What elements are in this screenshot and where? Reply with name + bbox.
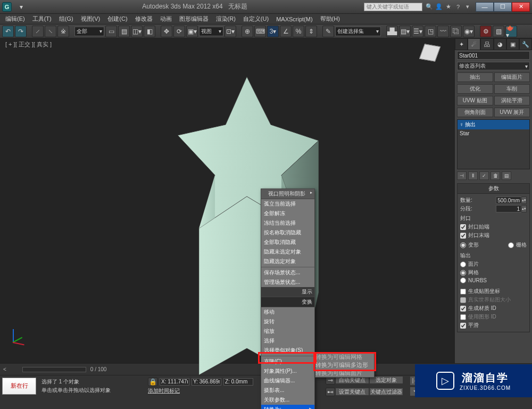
mod-btn[interactable]: 车削 [494,84,530,94]
quad-item[interactable]: 缩放 [261,326,314,336]
menu-rendering[interactable]: 渲染(R) [213,14,239,23]
render-setup-button[interactable]: ⚙ [480,26,492,37]
menu-help[interactable]: 帮助(H) [317,14,343,23]
segments-input[interactable] [496,205,521,212]
select-by-name-button[interactable]: ▤ [118,26,130,37]
cmd-tab-hierarchy[interactable]: 品 [480,38,493,50]
render-production-button[interactable]: 🫖▾ [505,26,517,37]
morph-radio[interactable]: 变形 [460,241,479,249]
quad-item[interactable]: 全部解冻 [261,209,314,218]
search-icon[interactable]: 🔍 [426,3,433,11]
quad-head-transform[interactable]: 变换 [261,297,314,307]
quad-item[interactable]: 孤立当前选择 [261,199,314,209]
rollout-header[interactable]: 参数 [458,184,529,194]
menu-create[interactable]: 创建(C) [104,14,130,23]
menu-tools[interactable]: 工具(T) [29,14,55,23]
time-slider-track[interactable] [22,367,86,372]
output-patch-radio[interactable]: 面片 [460,260,527,268]
make-unique-button[interactable]: ✓ [479,171,489,180]
link-button[interactable]: ⟋ [32,26,44,37]
menu-maxscript[interactable]: MAXScript(M) [273,15,315,23]
minimize-button[interactable]: — [476,2,494,12]
viewcube[interactable] [418,43,442,66]
schematic-button[interactable]: ⿻ [450,26,462,37]
quad-item[interactable]: 选择类似对象(S) [261,346,314,355]
modifier-stack[interactable]: ♀ 抽出 Star [457,119,530,169]
quad-item[interactable]: 旋转 [261,317,314,326]
submenu-item-patch[interactable]: 转换为可编辑面片 [315,369,374,377]
keyfilter-button[interactable]: 关键点过滤器 [369,388,403,396]
smooth-checkbox[interactable]: 平滑 [460,322,527,329]
cap-end-checkbox[interactable]: 封口末端 [460,232,527,239]
spinner-icon[interactable]: ▴▾ [521,205,527,212]
manipulate-button[interactable]: ⊕ [242,26,253,37]
amount-input[interactable] [496,197,521,204]
bind-spacewarp-button[interactable]: ※ [57,26,69,37]
quad-head-display[interactable]: 视口照明和阴影▸ [261,189,314,199]
mod-btn[interactable]: 编辑面片 [494,72,530,82]
configure-sets-button[interactable]: ▤ [502,171,511,180]
mirror-button[interactable]: ▟▙ [386,26,398,37]
caret-icon[interactable]: ▾ [464,3,471,11]
mod-btn[interactable]: 涡轮平滑 [494,96,530,105]
undo-button[interactable]: ↶ [2,26,14,37]
object-name-input[interactable]: Star001 [457,51,530,60]
maximize-button[interactable]: ☐ [494,2,512,12]
quad-item[interactable]: 隐藏未选定对象 [261,247,314,257]
redo-button[interactable]: ↷ [15,26,27,37]
stack-item[interactable]: ♀ 抽出 [458,120,529,129]
viewport[interactable]: [ + ][ 正交 ][ 真实 ] 视口照明和阴影▸ 孤立当前选择 全部解冻 冻… [0,38,454,363]
select-object-button[interactable]: ▭ [105,26,117,37]
quad-item[interactable]: 对象属性(P)... [261,366,314,376]
move-button[interactable]: ✥ [161,26,172,37]
pin-stack-button[interactable]: ⊣ [457,171,467,180]
menu-animation[interactable]: 动画 [157,14,175,23]
snap-toggle-button[interactable]: 3▾ [267,26,279,37]
mod-btn[interactable]: 优化 [457,84,493,94]
quad-item[interactable]: 按名称取消隐藏 [261,228,314,238]
quad-item[interactable]: 隐藏选定对象 [261,257,314,266]
menu-views[interactable]: 视图(V) [78,14,104,23]
grid-radio[interactable]: 栅格 [508,241,527,249]
menu-modifiers[interactable]: 修改器 [132,14,156,23]
material-editor-button[interactable]: ◉▾ [463,26,475,37]
select-region-button[interactable]: ◫▾ [131,26,143,37]
spinner-icon[interactable]: ▴▾ [521,197,527,204]
percent-snap-button[interactable]: % [293,26,304,37]
align-button[interactable]: ▤▾ [399,26,411,37]
setkey-button[interactable]: 设置关键点 [335,388,369,396]
submenu-item-mesh[interactable]: 转换为可编辑网格 [315,353,374,361]
rendered-frame-button[interactable]: ▧ [493,26,504,37]
quad-item-convert-to[interactable]: 转换为: [261,405,314,409]
menu-group[interactable]: 组(G) [56,14,77,23]
quad-item[interactable]: 管理场景状态... [261,277,314,287]
output-mesh-radio[interactable]: 网格 [460,269,527,276]
show-end-result-button[interactable]: Ⅱ [468,171,478,180]
graphite-button[interactable]: ◳ [425,26,436,37]
menu-grapheditors[interactable]: 图形编辑器 [176,14,212,23]
angle-snap-button[interactable]: ∠ [280,26,292,37]
help-icon[interactable]: ? [454,3,462,11]
quad-item[interactable]: 曲线编辑器... [261,376,314,386]
quad-item[interactable]: 移动 [261,307,314,317]
gen-matid-checkbox[interactable]: 生成材质 ID [460,305,527,312]
quad-item[interactable]: 选择 [261,336,314,346]
cmd-tab-utilities[interactable]: 🔧 [519,38,532,50]
cmd-tab-display[interactable]: ▣ [506,38,519,50]
favorite-icon[interactable]: ★ [445,3,452,11]
quad-item[interactable]: 克隆(C) [261,357,314,366]
menu-customize[interactable]: 自定义(U) [240,14,272,23]
mod-btn[interactable]: 倒角剖面 [457,108,493,117]
cmd-tab-create[interactable]: ✦ [455,38,468,50]
quad-item[interactable]: 摄影表... [261,386,314,395]
titlebar-dropdown[interactable]: ▾ [17,3,26,11]
animate-button[interactable]: 新在行 [2,378,36,395]
rotate-button[interactable]: ⟳ [173,26,185,37]
named-selection-dropdown[interactable]: 创建选择集▾ [335,27,381,36]
edit-named-sel-button[interactable]: ✎ [322,26,334,37]
unlink-button[interactable]: ⟍ [45,26,56,37]
signin-icon[interactable]: 👤 [435,3,443,11]
curve-editor-button[interactable]: 〰 [437,26,449,37]
viewport-label[interactable]: [ + ][ 正交 ][ 真实 ] [5,40,52,48]
lock-selection-button[interactable]: 🔒 [148,378,157,386]
